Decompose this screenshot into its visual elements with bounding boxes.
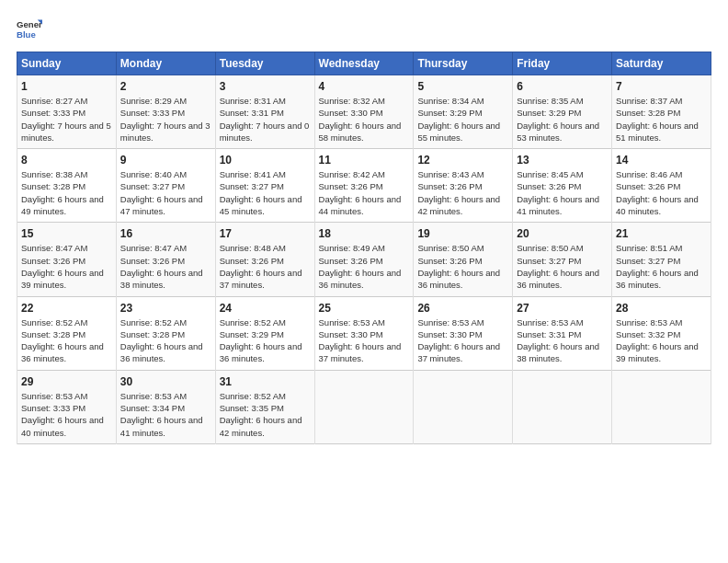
- day-info: Sunrise: 8:47 AMSunset: 3:26 PMDaylight:…: [21, 242, 112, 291]
- day-number: 12: [417, 154, 508, 167]
- day-info: Sunrise: 8:52 AMSunset: 3:28 PMDaylight:…: [120, 316, 211, 365]
- day-number: 27: [517, 302, 608, 315]
- calendar-week-row: 1 Sunrise: 8:27 AMSunset: 3:33 PMDayligh…: [17, 75, 711, 149]
- calendar-day-cell: 28 Sunrise: 8:53 AMSunset: 3:32 PMDaylig…: [612, 296, 711, 370]
- day-info: Sunrise: 8:50 AMSunset: 3:26 PMDaylight:…: [417, 242, 508, 291]
- day-number: 22: [21, 302, 112, 315]
- day-number: 17: [220, 227, 311, 240]
- day-info: Sunrise: 8:52 AMSunset: 3:29 PMDaylight:…: [220, 316, 311, 365]
- calendar-day-cell: 17 Sunrise: 8:48 AMSunset: 3:26 PMDaylig…: [215, 223, 314, 296]
- day-info: Sunrise: 8:38 AMSunset: 3:28 PMDaylight:…: [21, 168, 112, 217]
- calendar-day-cell: 22 Sunrise: 8:52 AMSunset: 3:28 PMDaylig…: [17, 296, 117, 370]
- day-number: 1: [21, 80, 112, 93]
- day-number: 28: [616, 302, 707, 315]
- calendar-day-cell: 5 Sunrise: 8:34 AMSunset: 3:29 PMDayligh…: [414, 75, 513, 149]
- calendar-day-cell: 18 Sunrise: 8:49 AMSunset: 3:26 PMDaylig…: [314, 223, 414, 296]
- day-info: Sunrise: 8:31 AMSunset: 3:31 PMDaylight:…: [220, 95, 311, 144]
- calendar-day-cell: 3 Sunrise: 8:31 AMSunset: 3:31 PMDayligh…: [215, 75, 314, 149]
- day-info: Sunrise: 8:32 AMSunset: 3:30 PMDaylight:…: [319, 95, 410, 144]
- calendar-day-cell: 29 Sunrise: 8:53 AMSunset: 3:33 PMDaylig…: [17, 370, 117, 443]
- calendar-week-row: 29 Sunrise: 8:53 AMSunset: 3:33 PMDaylig…: [17, 370, 711, 443]
- day-info: Sunrise: 8:52 AMSunset: 3:35 PMDaylight:…: [220, 390, 311, 439]
- calendar-day-cell: 20 Sunrise: 8:50 AMSunset: 3:27 PMDaylig…: [513, 223, 612, 296]
- calendar-day-cell: 4 Sunrise: 8:32 AMSunset: 3:30 PMDayligh…: [314, 75, 414, 149]
- day-info: Sunrise: 8:53 AMSunset: 3:33 PMDaylight:…: [21, 390, 112, 439]
- calendar-day-cell: 16 Sunrise: 8:47 AMSunset: 3:26 PMDaylig…: [116, 223, 215, 296]
- day-info: Sunrise: 8:52 AMSunset: 3:28 PMDaylight:…: [21, 316, 112, 365]
- day-number: 11: [319, 154, 410, 167]
- day-number: 16: [120, 227, 211, 240]
- day-number: 10: [220, 154, 311, 167]
- calendar-day-cell: 11 Sunrise: 8:42 AMSunset: 3:26 PMDaylig…: [314, 149, 414, 223]
- day-info: Sunrise: 8:53 AMSunset: 3:31 PMDaylight:…: [517, 316, 608, 365]
- calendar-day-cell: [314, 370, 414, 443]
- day-number: 25: [319, 302, 410, 315]
- calendar-day-cell: [414, 370, 513, 443]
- day-info: Sunrise: 8:34 AMSunset: 3:29 PMDaylight:…: [417, 95, 508, 144]
- calendar-day-cell: 7 Sunrise: 8:37 AMSunset: 3:28 PMDayligh…: [612, 75, 711, 149]
- calendar-day-cell: 31 Sunrise: 8:52 AMSunset: 3:35 PMDaylig…: [215, 370, 314, 443]
- weekday-header: Thursday: [414, 52, 513, 75]
- day-number: 15: [21, 227, 112, 240]
- calendar-day-cell: 12 Sunrise: 8:43 AMSunset: 3:26 PMDaylig…: [414, 149, 513, 223]
- day-info: Sunrise: 8:49 AMSunset: 3:26 PMDaylight:…: [319, 242, 410, 291]
- svg-text:Blue: Blue: [17, 29, 36, 40]
- day-number: 13: [517, 154, 608, 167]
- page: General Blue SundayMondayTuesdayWednesda…: [0, 0, 728, 563]
- day-info: Sunrise: 8:27 AMSunset: 3:33 PMDaylight:…: [21, 95, 112, 144]
- svg-text:General: General: [17, 19, 42, 29]
- calendar-day-cell: [612, 370, 711, 443]
- calendar-day-cell: 8 Sunrise: 8:38 AMSunset: 3:28 PMDayligh…: [17, 149, 117, 223]
- weekday-header: Monday: [116, 52, 215, 75]
- calendar-week-row: 22 Sunrise: 8:52 AMSunset: 3:28 PMDaylig…: [17, 296, 711, 370]
- day-number: 19: [417, 227, 508, 240]
- day-info: Sunrise: 8:45 AMSunset: 3:26 PMDaylight:…: [517, 168, 608, 217]
- day-number: 5: [417, 80, 508, 93]
- day-number: 31: [220, 375, 311, 388]
- day-info: Sunrise: 8:53 AMSunset: 3:30 PMDaylight:…: [417, 316, 508, 365]
- day-number: 29: [21, 375, 112, 388]
- day-number: 30: [120, 375, 211, 388]
- day-number: 8: [21, 154, 112, 167]
- calendar-day-cell: 9 Sunrise: 8:40 AMSunset: 3:27 PMDayligh…: [116, 149, 215, 223]
- calendar-day-cell: 30 Sunrise: 8:53 AMSunset: 3:34 PMDaylig…: [116, 370, 215, 443]
- day-number: 4: [319, 80, 410, 93]
- weekday-header: Friday: [513, 52, 612, 75]
- calendar-day-cell: 25 Sunrise: 8:53 AMSunset: 3:30 PMDaylig…: [314, 296, 414, 370]
- day-info: Sunrise: 8:53 AMSunset: 3:34 PMDaylight:…: [120, 390, 211, 439]
- calendar-day-cell: 26 Sunrise: 8:53 AMSunset: 3:30 PMDaylig…: [414, 296, 513, 370]
- weekday-header: Sunday: [17, 52, 117, 75]
- calendar-day-cell: 6 Sunrise: 8:35 AMSunset: 3:29 PMDayligh…: [513, 75, 612, 149]
- calendar-day-cell: 14 Sunrise: 8:46 AMSunset: 3:26 PMDaylig…: [612, 149, 711, 223]
- day-info: Sunrise: 8:53 AMSunset: 3:30 PMDaylight:…: [319, 316, 410, 365]
- day-number: 3: [220, 80, 311, 93]
- calendar-day-cell: [513, 370, 612, 443]
- weekday-header: Wednesday: [314, 52, 414, 75]
- day-number: 21: [616, 227, 707, 240]
- calendar-table: SundayMondayTuesdayWednesdayThursdayFrid…: [17, 52, 711, 444]
- day-number: 6: [517, 80, 608, 93]
- day-number: 7: [616, 80, 707, 93]
- day-info: Sunrise: 8:53 AMSunset: 3:32 PMDaylight:…: [616, 316, 707, 365]
- day-info: Sunrise: 8:48 AMSunset: 3:26 PMDaylight:…: [220, 242, 311, 291]
- weekday-header: Tuesday: [215, 52, 314, 75]
- calendar-header-row: SundayMondayTuesdayWednesdayThursdayFrid…: [17, 52, 711, 75]
- day-number: 26: [417, 302, 508, 315]
- day-number: 23: [120, 302, 211, 315]
- calendar-day-cell: 27 Sunrise: 8:53 AMSunset: 3:31 PMDaylig…: [513, 296, 612, 370]
- day-info: Sunrise: 8:47 AMSunset: 3:26 PMDaylight:…: [120, 242, 211, 291]
- day-info: Sunrise: 8:29 AMSunset: 3:33 PMDaylight:…: [120, 95, 211, 144]
- logo-icon: General Blue: [17, 17, 42, 42]
- day-number: 18: [319, 227, 410, 240]
- header: General Blue: [17, 17, 711, 42]
- logo: General Blue: [17, 17, 42, 42]
- day-number: 9: [120, 154, 211, 167]
- day-info: Sunrise: 8:42 AMSunset: 3:26 PMDaylight:…: [319, 168, 410, 217]
- calendar-day-cell: 13 Sunrise: 8:45 AMSunset: 3:26 PMDaylig…: [513, 149, 612, 223]
- day-number: 14: [616, 154, 707, 167]
- day-number: 2: [120, 80, 211, 93]
- day-number: 24: [220, 302, 311, 315]
- day-info: Sunrise: 8:35 AMSunset: 3:29 PMDaylight:…: [517, 95, 608, 144]
- calendar-week-row: 15 Sunrise: 8:47 AMSunset: 3:26 PMDaylig…: [17, 223, 711, 296]
- day-info: Sunrise: 8:50 AMSunset: 3:27 PMDaylight:…: [517, 242, 608, 291]
